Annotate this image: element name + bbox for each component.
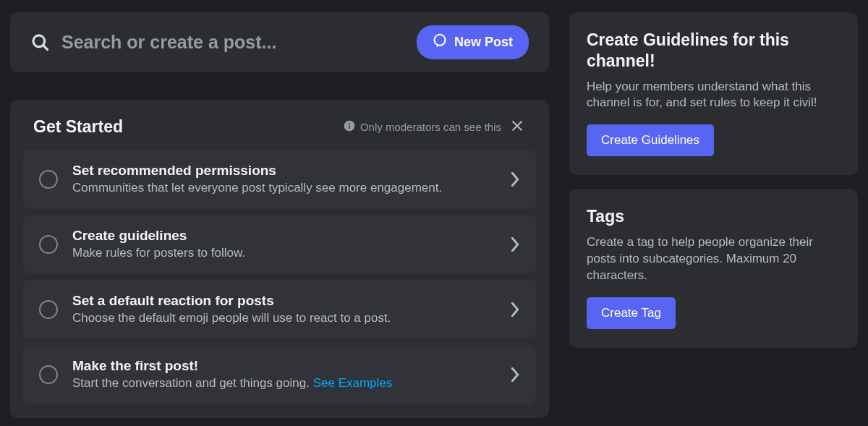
- svg-point-5: [349, 123, 350, 124]
- new-post-label: New Post: [454, 35, 513, 50]
- info-icon: [344, 120, 355, 134]
- gs-item-title: Set a default reaction for posts: [72, 293, 495, 309]
- chevron-right-icon: [510, 172, 520, 187]
- gs-item-permissions[interactable]: Set recommended permissions Communities …: [23, 150, 536, 208]
- gs-item-desc: Make rules for posters to follow.: [72, 246, 495, 260]
- tags-card: Tags Create a tag to help people organiz…: [569, 189, 858, 348]
- gs-item-body: Create guidelines Make rules for posters…: [72, 228, 495, 260]
- search-bar: New Post: [10, 12, 549, 72]
- gs-item-guidelines[interactable]: Create guidelines Make rules for posters…: [23, 215, 536, 273]
- chevron-right-icon: [510, 367, 520, 382]
- create-guidelines-button[interactable]: Create Guidelines: [587, 124, 714, 156]
- gs-item-body: Set a default reaction for posts Choose …: [72, 293, 495, 325]
- radio-unchecked-icon: [39, 170, 58, 189]
- gs-item-desc-text: Start the conversation and get things go…: [72, 376, 313, 390]
- speech-bubble-icon: [433, 33, 447, 51]
- gs-item-desc: Communities that let everyone post typic…: [72, 181, 495, 195]
- radio-unchecked-icon: [39, 300, 58, 319]
- search-icon: [30, 33, 50, 52]
- svg-line-1: [43, 46, 47, 49]
- guidelines-card: Create Guidelines for this channel! Help…: [569, 12, 858, 175]
- get-started-header: Get Started Only moderators can see this: [23, 117, 536, 150]
- radio-unchecked-icon: [39, 365, 58, 384]
- get-started-items: Set recommended permissions Communities …: [23, 150, 536, 404]
- svg-point-2: [434, 35, 445, 46]
- svg-rect-4: [349, 125, 349, 129]
- new-post-button[interactable]: New Post: [417, 25, 529, 59]
- gs-item-desc: Choose the default emoji people will use…: [72, 311, 495, 325]
- gs-item-body: Set recommended permissions Communities …: [72, 163, 495, 195]
- gs-item-body: Make the first post! Start the conversat…: [72, 358, 495, 391]
- tags-title: Tags: [587, 206, 841, 227]
- create-tag-button[interactable]: Create Tag: [587, 297, 676, 329]
- guidelines-desc: Help your members understand what this c…: [587, 79, 841, 112]
- gs-item-first-post[interactable]: Make the first post! Start the conversat…: [23, 345, 536, 404]
- mod-only-note: Only moderators can see this: [344, 120, 501, 134]
- mod-only-text: Only moderators can see this: [360, 121, 501, 133]
- gs-item-title: Make the first post!: [72, 358, 495, 374]
- tags-desc: Create a tag to help people organize the…: [587, 234, 841, 284]
- gs-item-desc: Start the conversation and get things go…: [72, 376, 495, 391]
- get-started-title: Get Started: [33, 117, 123, 137]
- chevron-right-icon: [510, 302, 520, 317]
- chevron-right-icon: [510, 237, 520, 252]
- close-icon: [510, 119, 524, 135]
- radio-unchecked-icon: [39, 235, 58, 254]
- get-started-card: Get Started Only moderators can see this: [10, 100, 549, 418]
- guidelines-title: Create Guidelines for this channel!: [587, 30, 841, 72]
- search-input[interactable]: [61, 32, 405, 53]
- gs-item-title: Set recommended permissions: [72, 163, 495, 179]
- gs-item-reaction[interactable]: Set a default reaction for posts Choose …: [23, 280, 536, 338]
- get-started-meta: Only moderators can see this: [344, 117, 526, 137]
- see-examples-link[interactable]: See Examples: [313, 376, 393, 390]
- close-button[interactable]: [509, 117, 526, 137]
- gs-item-title: Create guidelines: [72, 228, 495, 244]
